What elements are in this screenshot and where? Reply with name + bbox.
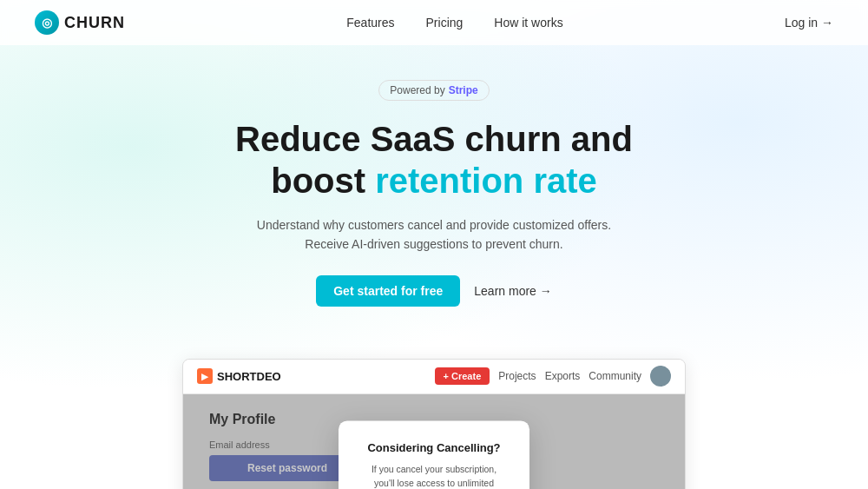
nav-pricing[interactable]: Pricing <box>426 16 464 30</box>
nav-features[interactable]: Features <box>346 16 394 30</box>
demo-avatar[interactable] <box>650 366 671 387</box>
demo-navbar: ▶ SHORTDEO + Create Projects Exports Com… <box>183 360 685 394</box>
hero-title-highlight: retention rate <box>375 162 597 200</box>
demo-logo-icon: ▶ <box>197 368 213 384</box>
demo-create-button[interactable]: + Create <box>435 367 490 385</box>
demo-wrapper: ▶ SHORTDEO + Create Projects Exports Com… <box>0 359 868 489</box>
nav-login[interactable]: Log in → <box>785 16 833 30</box>
learn-more-button[interactable]: Learn more → <box>474 284 551 298</box>
logo-icon: ◎ <box>35 10 59 35</box>
navbar: ◎ CHURN Features Pricing How it works Lo… <box>0 0 868 45</box>
demo-nav-exports[interactable]: Exports <box>545 370 581 382</box>
hero-title-line2-plain: boost <box>271 162 375 200</box>
hero-subtitle-line1: Understand why customers cancel and prov… <box>257 218 611 232</box>
powered-by-brand: Stripe <box>449 84 478 96</box>
demo-nav-community[interactable]: Community <box>589 370 641 382</box>
nav-how-it-works[interactable]: How it works <box>494 16 562 30</box>
hero-title-line1: Reduce SaaS churn and <box>235 120 633 158</box>
hero-subtitle: Understand why customers cancel and prov… <box>17 215 851 254</box>
hero-title: Reduce SaaS churn and boost retention ra… <box>17 118 851 202</box>
logo[interactable]: ◎ CHURN <box>35 10 125 35</box>
hero-subtitle-line2: Receive AI-driven suggestions to prevent… <box>305 237 562 251</box>
demo-content: My Profile Email address Reset password … <box>183 394 685 489</box>
demo-nav-right: + Create Projects Exports Community <box>435 366 671 387</box>
modal-title: Considering Cancelling? <box>363 441 505 454</box>
demo-nav-projects[interactable]: Projects <box>498 370 536 382</box>
powered-by-prefix: Powered by <box>390 84 444 96</box>
hero-section: Powered by Stripe Reduce SaaS churn and … <box>0 45 868 359</box>
logo-text: CHURN <box>64 14 125 32</box>
demo-window: ▶ SHORTDEO + Create Projects Exports Com… <box>182 359 686 489</box>
hero-buttons: Get started for free Learn more → <box>17 275 851 307</box>
demo-app-name: SHORTDEO <box>217 370 281 383</box>
nav-links: Features Pricing How it works <box>346 16 562 30</box>
get-started-button[interactable]: Get started for free <box>316 275 460 307</box>
demo-logo: ▶ SHORTDEO <box>197 368 281 384</box>
cancel-modal: Considering Cancelling? If you cancel yo… <box>339 420 529 489</box>
modal-body: If you cancel your subscription, you'll … <box>363 463 505 489</box>
powered-by-badge: Powered by Stripe <box>378 80 489 101</box>
